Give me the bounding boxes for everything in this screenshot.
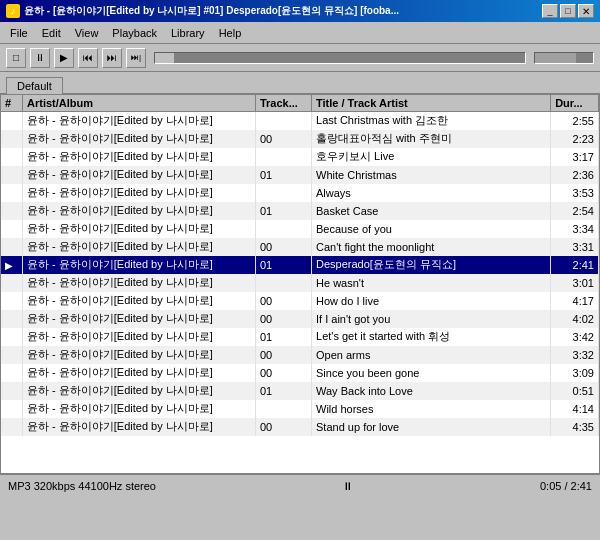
track-number [255,400,311,418]
seek-bar[interactable] [154,52,526,64]
track-number: 00 [255,310,311,328]
track-title: If I ain't got you [312,310,551,328]
track-artist: 윤하 - 윤하이야기[Edited by 나시마로] [23,310,256,328]
menu-item-library[interactable]: Library [165,25,211,41]
table-row[interactable]: 윤하 - 윤하이야기[Edited by 나시마로]01Let's get it… [1,328,599,346]
track-title: Wild horses [312,400,551,418]
format-info: MP3 320kbps 44100Hz stereo [8,480,156,492]
track-title: How do I live [312,292,551,310]
track-title: Desperado[윤도현의 뮤직쇼] [312,256,551,274]
track-indicator [1,418,23,436]
menu-item-view[interactable]: View [69,25,105,41]
table-row[interactable]: 윤하 - 윤하이야기[Edited by 나시마로]Always3:53 [1,184,599,202]
table-row[interactable]: 윤하 - 윤하이야기[Edited by 나시마로]00Open arms3:3… [1,346,599,364]
col-header-title[interactable]: Title / Track Artist [312,95,551,112]
track-number [255,274,311,292]
status-bar: MP3 320kbps 44100Hz stereo ⏸ 0:05 / 2:41 [0,474,600,496]
track-title: Can't fight the moonlight [312,238,551,256]
track-artist: 윤하 - 윤하이야기[Edited by 나시마로] [23,292,256,310]
track-indicator [1,148,23,166]
track-duration: 4:14 [551,400,599,418]
track-number [255,184,311,202]
track-title: Because of you [312,220,551,238]
menu-item-playback[interactable]: Playback [106,25,163,41]
track-number [255,220,311,238]
track-indicator [1,184,23,202]
track-number: 01 [255,382,311,400]
track-indicator [1,112,23,130]
track-artist: 윤하 - 윤하이야기[Edited by 나시마로] [23,184,256,202]
table-row[interactable]: 윤하 - 윤하이야기[Edited by 나시마로]00Can't fight … [1,238,599,256]
play-icon: ▶ [5,260,13,271]
tab-default[interactable]: Default [6,77,63,94]
track-number: 00 [255,238,311,256]
volume-slider[interactable] [534,52,594,64]
table-row[interactable]: 윤하 - 윤하이야기[Edited by 나시마로]01Basket Case2… [1,202,599,220]
track-number: 00 [255,346,311,364]
track-artist: 윤하 - 윤하이야기[Edited by 나시마로] [23,400,256,418]
track-indicator: ▶ [1,256,23,274]
track-number: 01 [255,328,311,346]
track-duration: 2:55 [551,112,599,130]
track-duration: 0:51 [551,382,599,400]
track-duration: 4:17 [551,292,599,310]
track-duration: 3:53 [551,184,599,202]
track-title: Let's get it started with 휘성 [312,328,551,346]
track-number: 00 [255,364,311,382]
table-row[interactable]: ▶윤하 - 윤하이야기[Edited by 나시마로]01Desperado[윤… [1,256,599,274]
track-title: Way Back into Love [312,382,551,400]
col-header-duration[interactable]: Dur... [551,95,599,112]
track-artist: 윤하 - 윤하이야기[Edited by 나시마로] [23,166,256,184]
track-duration: 4:35 [551,418,599,436]
minimize-button[interactable]: _ [542,4,558,18]
track-indicator [1,130,23,148]
playlist-container[interactable]: # Artist/Album Track... Title / Track Ar… [0,94,600,474]
track-indicator [1,166,23,184]
menu-item-help[interactable]: Help [213,25,248,41]
stop-button[interactable]: □ [6,48,26,68]
table-row[interactable]: 윤하 - 윤하이야기[Edited by 나시마로]00홀랑대표아적심 with… [1,130,599,148]
track-artist: 윤하 - 윤하이야기[Edited by 나시마로] [23,148,256,166]
track-duration: 3:32 [551,346,599,364]
table-row[interactable]: 윤하 - 윤하이야기[Edited by 나시마로]00How do I liv… [1,292,599,310]
col-header-artist[interactable]: Artist/Album [23,95,256,112]
track-indicator [1,220,23,238]
track-indicator [1,274,23,292]
next-button[interactable]: ⏭ [102,48,122,68]
menu-item-edit[interactable]: Edit [36,25,67,41]
track-artist: 윤하 - 윤하이야기[Edited by 나시마로] [23,220,256,238]
maximize-button[interactable]: □ [560,4,576,18]
track-artist: 윤하 - 윤하이야기[Edited by 나시마로] [23,382,256,400]
track-number: 01 [255,256,311,274]
track-artist: 윤하 - 윤하이야기[Edited by 나시마로] [23,130,256,148]
track-duration: 3:17 [551,148,599,166]
col-header-track[interactable]: Track... [255,95,311,112]
menu-bar: FileEditViewPlaybackLibraryHelp [0,22,600,44]
table-row[interactable]: 윤하 - 윤하이야기[Edited by 나시마로]Wild horses4:1… [1,400,599,418]
table-row[interactable]: 윤하 - 윤하이야기[Edited by 나시마로]Last Christmas… [1,112,599,130]
prev-button[interactable]: ⏮ [78,48,98,68]
close-button[interactable]: ✕ [578,4,594,18]
track-number: 00 [255,418,311,436]
table-row[interactable]: 윤하 - 윤하이야기[Edited by 나시마로]01Way Back int… [1,382,599,400]
table-row[interactable]: 윤하 - 윤하이야기[Edited by 나시마로]00If I ain't g… [1,310,599,328]
track-artist: 윤하 - 윤하이야기[Edited by 나시마로] [23,256,256,274]
track-number: 00 [255,130,311,148]
table-row[interactable]: 윤하 - 윤하이야기[Edited by 나시마로]호우키보시 Live3:17 [1,148,599,166]
track-title: Stand up for love [312,418,551,436]
track-duration: 2:23 [551,130,599,148]
table-row[interactable]: 윤하 - 윤하이야기[Edited by 나시마로]Because of you… [1,220,599,238]
table-row[interactable]: 윤하 - 윤하이야기[Edited by 나시마로]01White Christ… [1,166,599,184]
track-duration: 4:02 [551,310,599,328]
table-row[interactable]: 윤하 - 윤하이야기[Edited by 나시마로]He wasn't3:01 [1,274,599,292]
table-row[interactable]: 윤하 - 윤하이야기[Edited by 나시마로]00Since you be… [1,364,599,382]
track-duration: 2:36 [551,166,599,184]
play-button[interactable]: ▶ [54,48,74,68]
table-row[interactable]: 윤하 - 윤하이야기[Edited by 나시마로]00Stand up for… [1,418,599,436]
track-artist: 윤하 - 윤하이야기[Edited by 나시마로] [23,328,256,346]
track-duration: 2:41 [551,256,599,274]
track-number [255,148,311,166]
end-button[interactable]: ⏭| [126,48,146,68]
menu-item-file[interactable]: File [4,25,34,41]
pause-button[interactable]: ⏸ [30,48,50,68]
